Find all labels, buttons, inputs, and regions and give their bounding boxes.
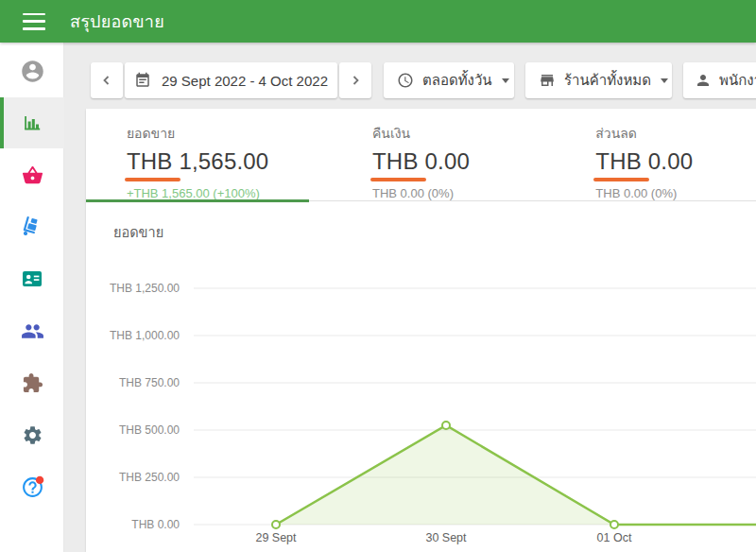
tab-label: คืนเงิน <box>372 123 470 144</box>
app-header: สรุปยอดขาย <box>0 0 756 43</box>
puzzle-icon <box>22 372 43 394</box>
notification-dot <box>35 475 43 483</box>
menu-icon[interactable] <box>23 13 45 30</box>
tab-subvalue: THB 0.00 (0%) <box>595 186 693 200</box>
hand-truck-icon <box>21 216 43 238</box>
tab-value: THB 0.00 <box>595 148 693 175</box>
svg-text:01 Oct: 01 Oct <box>597 531 632 544</box>
tab-subvalue: THB 0.00 (0%) <box>372 186 470 200</box>
sidebar-item-items[interactable] <box>0 149 64 200</box>
employee-filter-dropdown[interactable]: พนักงานทั้งหมด <box>683 62 756 98</box>
sidebar-item-apps[interactable] <box>0 357 64 408</box>
page-title: สรุปยอดขาย <box>70 8 164 35</box>
svg-text:THB 500.00: THB 500.00 <box>119 423 180 437</box>
tab-value: THB 0.00 <box>372 148 470 175</box>
caret-down-icon <box>502 78 509 83</box>
sidebar-nav <box>0 43 64 552</box>
shopping-basket-icon <box>22 164 43 186</box>
store-icon <box>539 72 556 89</box>
clock-icon <box>397 72 414 89</box>
sidebar-item-customers[interactable] <box>0 253 64 304</box>
svg-text:THB 0.00: THB 0.00 <box>131 518 180 531</box>
sidebar-item-reports[interactable] <box>0 97 64 148</box>
sidebar-item-help[interactable] <box>0 461 64 512</box>
report-card: ยอดขาย THB 1,565.00 +THB 1,565.00 (+100%… <box>86 109 756 552</box>
tab-label: ส่วนลด <box>595 123 693 144</box>
sidebar-item-account[interactable] <box>0 45 64 96</box>
svg-text:THB 750.00: THB 750.00 <box>119 376 180 389</box>
calendar-icon <box>134 72 151 89</box>
summary-tabs: ยอดขาย THB 1,565.00 +THB 1,565.00 (+100%… <box>86 109 756 201</box>
date-next-button[interactable] <box>339 62 371 98</box>
sidebar-item-inventory[interactable] <box>0 201 64 252</box>
sidebar-item-employees[interactable] <box>0 305 64 356</box>
bar-chart-icon <box>21 112 43 134</box>
date-prev-button[interactable] <box>91 62 123 98</box>
tab-label: ยอดขาย <box>127 123 269 144</box>
people-icon <box>21 319 44 343</box>
chevron-right-icon <box>349 74 362 87</box>
svg-text:30 Sept: 30 Sept <box>425 531 467 544</box>
svg-text:29 Sept: 29 Sept <box>255 531 297 544</box>
employee-filter-label: พนักงานทั้งหมด <box>719 69 756 92</box>
svg-text:THB 1,250.00: THB 1,250.00 <box>110 282 180 295</box>
tab-refunds[interactable]: คืนเงิน THB 0.00 THB 0.00 (0%) <box>309 109 532 200</box>
chart-title: ยอดขาย <box>113 221 163 243</box>
help-icon <box>21 475 44 499</box>
person-icon <box>695 72 712 89</box>
svg-text:THB 1,000.00: THB 1,000.00 <box>110 329 180 342</box>
caret-down-icon <box>661 78 668 83</box>
svg-text:THB 250.00: THB 250.00 <box>119 471 180 484</box>
time-filter-dropdown[interactable]: ตลอดทั้งวัน <box>384 62 514 98</box>
tab-sales[interactable]: ยอดขาย THB 1,565.00 +THB 1,565.00 (+100%… <box>86 109 309 200</box>
store-filter-label: ร้านค้าทั้งหมด <box>564 69 651 92</box>
time-filter-label: ตลอดทั้งวัน <box>422 69 492 92</box>
chevron-left-icon <box>100 74 113 87</box>
contact-card-icon <box>21 267 43 290</box>
sidebar-item-settings[interactable] <box>0 409 64 460</box>
gear-icon <box>22 424 43 446</box>
sales-line-chart: THB 0.00THB 250.00THB 500.00THB 750.00TH… <box>86 269 756 552</box>
account-circle-icon <box>20 59 45 84</box>
store-filter-dropdown[interactable]: ร้านค้าทั้งหมด <box>525 62 672 98</box>
date-range-label: 29 Sept 2022 - 4 Oct 2022 <box>162 73 328 89</box>
date-range-button[interactable]: 29 Sept 2022 - 4 Oct 2022 <box>125 62 337 98</box>
tab-subvalue: +THB 1,565.00 (+100%) <box>127 186 269 200</box>
tab-value: THB 1,565.00 <box>127 148 269 175</box>
tab-discounts[interactable]: ส่วนลด THB 0.00 THB 0.00 (0%) <box>533 109 756 200</box>
